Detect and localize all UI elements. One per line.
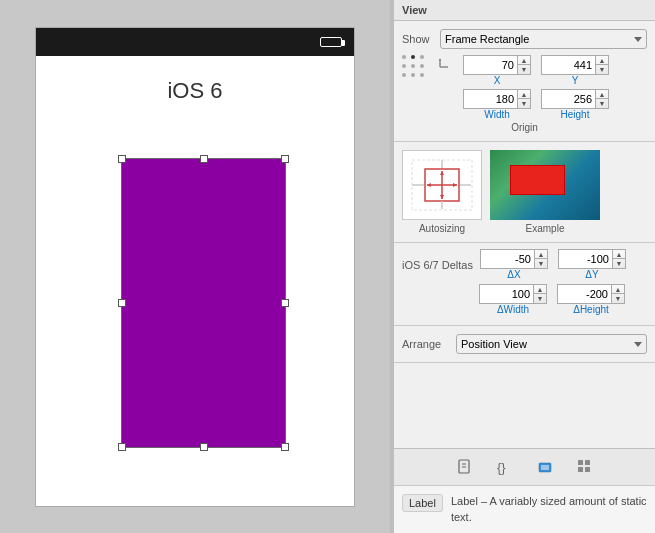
example-label: Example [526, 223, 565, 234]
autosizing-label: Autosizing [419, 223, 465, 234]
dot-4 [402, 64, 406, 68]
height-label: Height [540, 109, 610, 120]
delta-aheight-input[interactable] [557, 284, 612, 304]
label-info-row: Label Label – A variably sized amount of… [394, 486, 655, 533]
delta-aheight-label: ΔHeight [556, 304, 626, 315]
dot-6 [420, 64, 424, 68]
deltas-section: iOS 6/7 Deltas ▲ ▼ ΔX [394, 243, 655, 326]
delta-aheight-down[interactable]: ▼ [612, 294, 624, 303]
delta-aheight-up[interactable]: ▲ [612, 285, 624, 294]
delta-ax-input[interactable] [480, 249, 535, 269]
delta-ay-btns[interactable]: ▲ ▼ [613, 249, 626, 269]
delta-ay-input[interactable] [558, 249, 613, 269]
x-input[interactable] [463, 55, 518, 75]
delta-ay-stepper[interactable]: ▲ ▼ [558, 249, 626, 269]
origin-label: Origin [511, 122, 538, 133]
delta-ax-btns[interactable]: ▲ ▼ [535, 249, 548, 269]
delta-awidth-down[interactable]: ▼ [534, 294, 546, 303]
arrange-dropdown[interactable]: Position View Size to Fit Align Objects [456, 334, 647, 354]
y-stepper[interactable]: ▲ ▼ [541, 55, 609, 75]
delta-ay-down[interactable]: ▼ [613, 259, 625, 268]
width-stepper-btns[interactable]: ▲ ▼ [518, 89, 531, 109]
width-label: Width [462, 109, 532, 120]
delta-ay-label: ΔY [557, 269, 627, 280]
delta-awidth-group: ▲ ▼ ΔWidth [478, 284, 548, 315]
label-description: Label – A variably sized amount of stati… [451, 494, 647, 525]
ios67-label: iOS 6/7 Deltas [402, 259, 473, 271]
svg-rect-24 [585, 467, 590, 472]
y-stepper-btns[interactable]: ▲ ▼ [596, 55, 609, 75]
svg-rect-22 [585, 460, 590, 465]
height-input[interactable] [541, 89, 596, 109]
grid-icon [577, 459, 593, 475]
autosizing-widget-box[interactable] [402, 150, 482, 220]
delta-ax-down[interactable]: ▼ [535, 259, 547, 268]
battery-icon [320, 37, 342, 47]
grid-icon-btn[interactable] [573, 455, 597, 479]
svg-rect-21 [578, 460, 583, 465]
delta-awidth-btns[interactable]: ▲ ▼ [534, 284, 547, 304]
y-input[interactable] [541, 55, 596, 75]
delta-awidth-stepper[interactable]: ▲ ▼ [479, 284, 547, 304]
x-decrement[interactable]: ▼ [518, 65, 530, 74]
height-decrement[interactable]: ▼ [596, 99, 608, 108]
handle-topright[interactable] [281, 155, 289, 163]
delta-ax-up[interactable]: ▲ [535, 250, 547, 259]
dot-9 [420, 73, 424, 77]
origin-dot-grid [402, 55, 426, 79]
width-input[interactable] [463, 89, 518, 109]
y-increment[interactable]: ▲ [596, 56, 608, 65]
origin-arrows-icon [438, 55, 452, 69]
width-stepper[interactable]: ▲ ▼ [463, 89, 531, 109]
file-icon-btn[interactable] [453, 455, 477, 479]
handle-bottomcenter[interactable] [200, 443, 208, 451]
code-icon: {} [497, 459, 513, 475]
delta-aheight-stepper[interactable]: ▲ ▼ [557, 284, 625, 304]
delta-aheight-btns[interactable]: ▲ ▼ [612, 284, 625, 304]
handle-midright[interactable] [281, 299, 289, 307]
height-stepper[interactable]: ▲ ▼ [541, 89, 609, 109]
handle-bottomleft[interactable] [118, 443, 126, 451]
show-label: Show [402, 33, 434, 45]
x-stepper-btns[interactable]: ▲ ▼ [518, 55, 531, 75]
width-decrement[interactable]: ▼ [518, 99, 530, 108]
inspector-panel: View Show Frame Rectangle Bounds Rectang… [394, 0, 655, 533]
delta-awidth-input[interactable] [479, 284, 534, 304]
example-image [490, 150, 600, 220]
show-section: Show Frame Rectangle Bounds Rectangle Au… [394, 21, 655, 142]
height-increment[interactable]: ▲ [596, 90, 608, 99]
delta-awidth-label: ΔWidth [478, 304, 548, 315]
height-stepper-btns[interactable]: ▲ ▼ [596, 89, 609, 109]
delta-ax-stepper[interactable]: ▲ ▼ [480, 249, 548, 269]
example-box: Example [490, 150, 600, 234]
autosizing-section: Autosizing Example [394, 142, 655, 243]
dot-7 [402, 73, 406, 77]
x-stepper[interactable]: ▲ ▼ [463, 55, 531, 75]
arrange-label: Arrange [402, 338, 450, 350]
y-decrement[interactable]: ▼ [596, 65, 608, 74]
object-icon-btn[interactable] [533, 455, 557, 479]
show-row: Show Frame Rectangle Bounds Rectangle Au… [402, 29, 647, 49]
width-field-group: ▲ ▼ Width [462, 89, 532, 120]
simulator-panel: iOS 6 [0, 0, 390, 533]
handle-bottomright[interactable] [281, 443, 289, 451]
xy-row: ▲ ▼ X ▲ ▼ [402, 55, 647, 120]
dot-5 [411, 64, 415, 68]
show-dropdown[interactable]: Frame Rectangle Bounds Rectangle Auto Re… [440, 29, 647, 49]
delta-awidth-up[interactable]: ▲ [534, 285, 546, 294]
origin-row: Origin [402, 122, 647, 133]
dot-1 [402, 55, 406, 59]
handle-topcenter[interactable] [200, 155, 208, 163]
code-icon-btn[interactable]: {} [493, 455, 517, 479]
width-increment[interactable]: ▲ [518, 90, 530, 99]
handle-topleft[interactable] [118, 155, 126, 163]
object-icon [537, 459, 553, 475]
x-increment[interactable]: ▲ [518, 56, 530, 65]
svg-text:{}: {} [497, 460, 506, 475]
purple-view[interactable] [121, 158, 286, 448]
file-icon [457, 459, 473, 475]
delta-ay-up[interactable]: ▲ [613, 250, 625, 259]
handle-midleft[interactable] [118, 299, 126, 307]
arrange-row: Arrange Position View Size to Fit Align … [394, 326, 655, 363]
delta-xy-fields: ▲ ▼ ΔX ▲ ▼ ΔY [479, 249, 627, 280]
